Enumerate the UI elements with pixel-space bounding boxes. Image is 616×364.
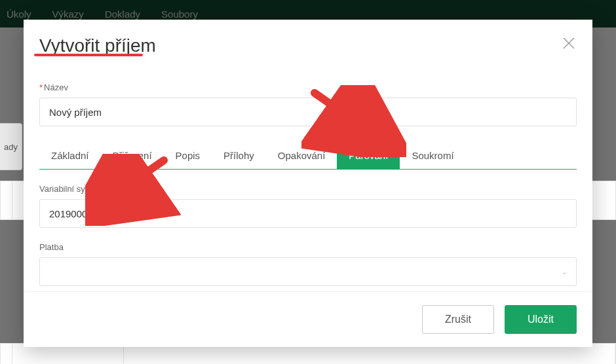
tab-popis[interactable]: Popis — [164, 142, 212, 169]
modal-tabbar: Základní Přiřazení Popis Přílohy Opaková… — [39, 142, 577, 170]
create-income-modal: Vytvořit příjem *Název Základní Přiřazen… — [24, 20, 592, 347]
var-symbol-input[interactable] — [39, 199, 577, 228]
var-symbol-label: Variabilní symbol — [39, 184, 577, 194]
tab-zakladni[interactable]: Základní — [39, 142, 101, 169]
modal-footer: Zrušit Uložit — [24, 291, 592, 347]
tab-opakovani[interactable]: Opakování — [266, 142, 337, 169]
payment-label: Platba — [39, 242, 577, 252]
name-label: *Název — [39, 82, 577, 92]
name-field-block: *Název — [39, 82, 577, 126]
save-button[interactable]: Uložit — [505, 305, 577, 334]
payment-block: Platba ⌄ — [39, 242, 577, 286]
name-input[interactable] — [39, 98, 577, 126]
var-symbol-block: Variabilní symbol — [39, 184, 577, 228]
annotation-underline — [34, 54, 143, 56]
modal-header: Vytvořit příjem — [24, 20, 592, 71]
modal-title: Vytvořit příjem — [39, 35, 156, 60]
modal-body: *Název Základní Přiřazení Popis Přílohy … — [24, 71, 592, 291]
tab-soukromi[interactable]: Soukromí — [400, 142, 465, 169]
tab-parovani[interactable]: Párování — [337, 142, 400, 169]
sidebar-tab-ghost: ady — [0, 123, 22, 170]
cancel-button[interactable]: Zrušit — [422, 305, 494, 334]
tab-prirazeni[interactable]: Přiřazení — [101, 142, 164, 169]
payment-select[interactable] — [39, 257, 577, 286]
close-icon[interactable] — [561, 35, 577, 51]
tab-prilohy[interactable]: Přílohy — [212, 142, 266, 169]
